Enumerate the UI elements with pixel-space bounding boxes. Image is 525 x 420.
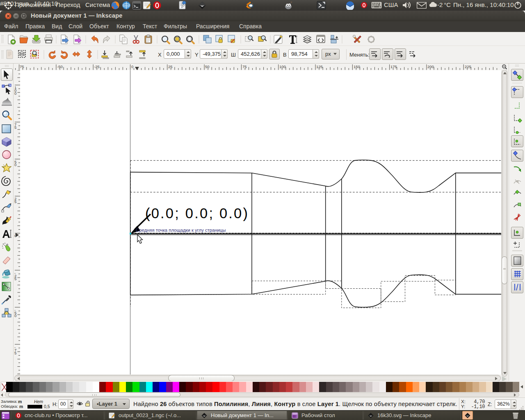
svg-text:Средняя точка площадки к углу: Средняя точка площадки к углу страницы xyxy=(136,227,226,232)
svg-text:(0.0; 0.0; 0.0): (0.0; 0.0; 0.0) xyxy=(145,205,249,221)
